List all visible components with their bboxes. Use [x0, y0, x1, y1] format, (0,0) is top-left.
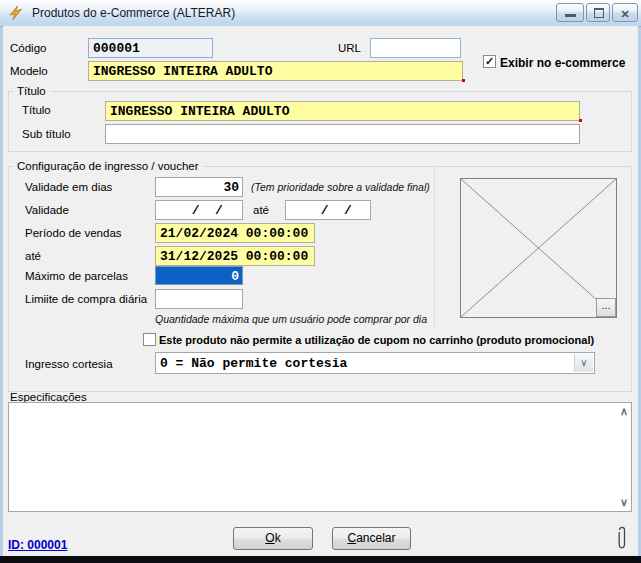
maximize-button[interactable]	[586, 3, 610, 22]
dialog-window: Produtos do e-Commerce (ALTERAR) ✕ Códig…	[0, 0, 641, 563]
scroll-up-icon[interactable]: ∧	[620, 405, 628, 418]
titulo-field[interactable]: INGRESSO INTEIRA ADULTO	[105, 101, 580, 121]
cancelar-button-rest: ancelar	[356, 531, 395, 545]
limite-compra-field[interactable]	[155, 289, 243, 309]
validade-dias-note: (Tem prioridade sobre a validade final)	[251, 181, 430, 193]
cancelar-button-accel: C	[347, 531, 356, 545]
validade-dias-label: Validade em dias	[25, 181, 112, 193]
browse-image-button[interactable]: ...	[596, 298, 616, 317]
close-button[interactable]: ✕	[612, 3, 638, 22]
no-image-cross-icon	[461, 179, 616, 317]
validade-ate-label: até	[253, 204, 269, 216]
cupom-checkbox[interactable]	[143, 333, 156, 346]
validade-inicio-field[interactable]: / /	[155, 200, 243, 220]
modelo-field[interactable]: INGRESSO INTEIRA ADULTO	[88, 61, 463, 81]
url-field[interactable]	[370, 38, 461, 58]
chevron-down-icon[interactable]: ∨	[574, 354, 593, 372]
image-panel-divider	[434, 166, 435, 330]
ok-button-rest: k	[275, 531, 281, 545]
minimize-icon	[565, 14, 576, 17]
max-parcelas-label: Máximo de parcelas	[25, 270, 128, 282]
check-icon: ✓	[485, 55, 494, 67]
ingresso-cortesia-select[interactable]: 0 = Não permite cortesia ∨	[155, 352, 595, 374]
titulo-group-legend: Título	[13, 85, 50, 97]
scroll-down-icon[interactable]: ∨	[620, 496, 628, 509]
cancelar-button[interactable]: Cancelar	[332, 527, 411, 550]
cupom-checkbox-label: Este produto não permite a utilização de…	[159, 334, 594, 346]
configuracao-group-legend: Configuração de ingresso / voucher	[13, 160, 203, 172]
title-bar[interactable]: Produtos do e-Commerce (ALTERAR) ✕	[0, 0, 641, 27]
codigo-label: Código	[10, 42, 46, 54]
titulo-label: Título	[22, 104, 51, 116]
url-label: URL	[338, 42, 361, 54]
modelo-label: Modelo	[10, 65, 48, 77]
ingresso-cortesia-label: Ingresso cortesia	[25, 358, 113, 370]
window-title: Produtos do e-Commerce (ALTERAR)	[32, 6, 235, 20]
limite-compra-note: Quantidade máxima que um usuário pode co…	[155, 313, 427, 325]
max-parcelas-field[interactable]: 0	[155, 266, 243, 285]
required-marker	[462, 79, 465, 82]
subtitulo-label: Sub título	[22, 128, 71, 140]
close-icon: ✕	[620, 8, 629, 20]
window-bottom-edge	[0, 556, 641, 563]
paperclip-icon[interactable]	[616, 522, 628, 556]
lightning-app-icon	[8, 5, 24, 21]
codigo-field[interactable]: 000001	[88, 38, 213, 58]
exibir-ecommerce-label: Exibir no e-commerce	[500, 56, 625, 70]
subtitulo-field[interactable]	[105, 124, 580, 144]
minimize-button[interactable]	[556, 3, 584, 22]
especificacoes-textarea[interactable]: ∧ ∨	[8, 402, 632, 512]
validade-label: Validade	[25, 204, 69, 216]
periodo-ate-field[interactable]: 31/12/2025 00:00:00	[155, 246, 315, 266]
ok-button[interactable]: Ok	[233, 527, 313, 550]
record-id-link[interactable]: ID: 000001	[8, 538, 67, 552]
maximize-icon	[594, 8, 604, 18]
ingresso-cortesia-value: 0 = Não permite cortesia	[160, 356, 347, 371]
limite-compra-label: Limiite de compra diária	[25, 293, 147, 305]
periodo-ate-label: até	[25, 250, 41, 262]
required-marker	[579, 119, 582, 122]
validade-dias-field[interactable]: 30	[155, 177, 243, 197]
periodo-vendas-field[interactable]: 21/02/2024 00:00:00	[155, 223, 315, 243]
ok-button-accel: O	[265, 531, 274, 545]
validade-fim-field[interactable]: / /	[285, 200, 371, 220]
product-image-placeholder	[460, 178, 617, 318]
periodo-vendas-label: Período de vendas	[25, 227, 122, 239]
exibir-ecommerce-checkbox[interactable]: ✓	[483, 55, 496, 68]
